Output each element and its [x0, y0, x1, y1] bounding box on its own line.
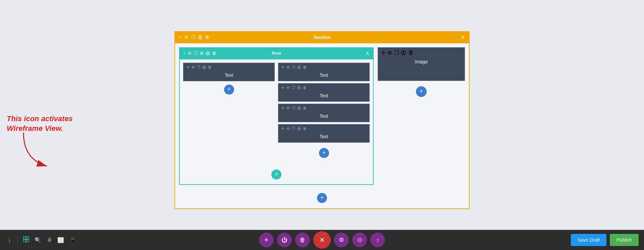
- search-button[interactable]: 🔍: [33, 236, 43, 245]
- section-toolbar-icons[interactable]: + ⚙ ❐ ⏻ 🗑: [179, 35, 209, 40]
- image-block[interactable]: ✛ ⚙ ❐ ⏻ 🗑 Image: [378, 47, 465, 81]
- mobile-view-button[interactable]: 📱: [68, 236, 77, 245]
- el-copy-icon[interactable]: ❐: [197, 65, 200, 69]
- center-sort-button[interactable]: ↕: [370, 233, 385, 247]
- el-gear-icon[interactable]: ⚙: [192, 65, 195, 69]
- add-element-right-button[interactable]: +: [319, 148, 329, 158]
- el-r4-trash-icon[interactable]: 🗑: [303, 127, 307, 131]
- text-block-r3-toolbar[interactable]: ✛ ⚙ ❐ ⏻ 🗑: [279, 104, 369, 112]
- el-r2-power-icon[interactable]: ⏻: [297, 86, 301, 90]
- section-trash-icon[interactable]: 🗑: [205, 35, 209, 40]
- wireframe-view-button[interactable]: [22, 235, 31, 245]
- img-gear-icon[interactable]: ⚙: [387, 50, 392, 56]
- el-power-icon[interactable]: ⏻: [202, 65, 206, 69]
- text-block-r2-label: Text: [279, 92, 369, 101]
- svg-rect-2: [26, 237, 29, 239]
- publish-button[interactable]: Publish: [610, 234, 639, 246]
- text-block-left[interactable]: ✛ ⚙ ❐ ⏻ 🗑 Text: [183, 63, 275, 81]
- center-power-button[interactable]: ⏻: [277, 233, 292, 247]
- text-block-right-2[interactable]: ✛ ⚙ ❐ ⏻ 🗑 Text: [278, 83, 370, 102]
- text-block-r2-toolbar[interactable]: ✛ ⚙ ❐ ⏻ 🗑: [279, 84, 369, 92]
- row-wrapper: + ⚙ ❐ ⊞ ⏻ 🗑 Row ∧: [175, 43, 469, 189]
- el-r3-copy-icon[interactable]: ❐: [292, 106, 295, 110]
- el-r2-gear-icon[interactable]: ⚙: [286, 86, 290, 90]
- el-r1-move-icon[interactable]: ✛: [281, 65, 284, 69]
- el-r4-move-icon[interactable]: ✛: [281, 127, 284, 131]
- bottom-toolbar: ⋮ 🔍 🖥 ⬜ 📱 + ⏻ 🗑 ✕ ⚙ ⊙ ↕ Save Draft Publi…: [0, 230, 644, 250]
- el-r1-gear-icon[interactable]: ⚙: [286, 65, 290, 69]
- add-section-wrapper: +: [175, 189, 469, 208]
- img-power-icon[interactable]: ⏻: [401, 50, 406, 56]
- section-wrapper: + ⚙ ❐ ⏻ 🗑 Section ∧ + ⚙ ❐ ⊞: [174, 31, 470, 209]
- svg-rect-3: [23, 240, 26, 242]
- wireframe-icon: [23, 236, 29, 242]
- el-r1-power-icon[interactable]: ⏻: [297, 65, 301, 69]
- el-r4-gear-icon[interactable]: ⚙: [286, 127, 290, 131]
- add-image-element-wrapper: +: [378, 81, 465, 98]
- add-image-element-button[interactable]: +: [416, 86, 427, 97]
- el-r1-trash-icon[interactable]: 🗑: [303, 65, 307, 69]
- annotation-text: This icon activates Wireframe View.: [7, 114, 73, 133]
- img-copy-icon[interactable]: ❐: [394, 50, 399, 56]
- el-r4-copy-icon[interactable]: ❐: [292, 127, 295, 131]
- el-r3-move-icon[interactable]: ✛: [281, 106, 284, 110]
- section-chevron-icon[interactable]: ∧: [461, 34, 465, 40]
- el-r2-copy-icon[interactable]: ❐: [292, 86, 295, 90]
- annotation: This icon activates Wireframe View.: [7, 114, 73, 133]
- text-block-r3-label: Text: [279, 112, 369, 121]
- el-r2-move-icon[interactable]: ✛: [281, 86, 284, 90]
- img-trash-icon[interactable]: 🗑: [408, 50, 414, 56]
- section-gear-icon[interactable]: ⚙: [184, 35, 189, 40]
- text-block-right-4[interactable]: ✛ ⚙ ❐ ⏻ 🗑 Text: [278, 124, 370, 143]
- row-toolbar-icons[interactable]: + ⚙ ❐ ⊞ ⏻ 🗑: [183, 51, 216, 56]
- el-r3-power-icon[interactable]: ⏻: [297, 106, 301, 110]
- text-block-left-toolbar[interactable]: ✛ ⚙ ❐ ⏻ 🗑: [184, 63, 274, 71]
- section-power-icon[interactable]: ⏻: [198, 35, 202, 40]
- left-column: + ⚙ ❐ ⊞ ⏻ 🗑 Row ∧: [179, 47, 374, 185]
- center-add-button[interactable]: +: [259, 233, 274, 247]
- sub-col-left: ✛ ⚙ ❐ ⏻ 🗑 Text +: [183, 63, 275, 161]
- text-block-r4-label: Text: [279, 133, 369, 142]
- text-block-left-label: Text: [184, 71, 274, 81]
- text-block-right-3[interactable]: ✛ ⚙ ❐ ⏻ 🗑 Text: [278, 104, 370, 122]
- section-add-icon[interactable]: +: [179, 35, 182, 40]
- text-block-right-1[interactable]: ✛ ⚙ ❐ ⏻ 🗑 Text: [278, 63, 370, 81]
- el-r3-gear-icon[interactable]: ⚙: [286, 106, 290, 110]
- save-draft-button[interactable]: Save Draft: [571, 234, 606, 246]
- center-settings-button[interactable]: ⚙: [334, 233, 349, 247]
- center-history-button[interactable]: ⊙: [352, 233, 367, 247]
- img-move-icon[interactable]: ✛: [381, 50, 385, 56]
- text-block-r1-toolbar[interactable]: ✛ ⚙ ❐ ⏻ 🗑: [279, 63, 369, 71]
- row-add-icon[interactable]: +: [183, 51, 186, 56]
- canvas-area: + ⚙ ❐ ⏻ 🗑 Section ∧ + ⚙ ❐ ⊞: [0, 0, 644, 230]
- sub-columns: ✛ ⚙ ❐ ⏻ 🗑 Text +: [180, 59, 373, 165]
- row-copy-icon[interactable]: ❐: [194, 51, 198, 56]
- text-block-r4-toolbar[interactable]: ✛ ⚙ ❐ ⏻ 🗑: [279, 125, 369, 133]
- center-trash-button[interactable]: 🗑: [295, 233, 310, 247]
- row-gear-icon[interactable]: ⚙: [188, 51, 192, 56]
- bottom-left-tools: ⋮ 🔍 🖥 ⬜ 📱: [5, 235, 77, 245]
- row-trash-icon[interactable]: 🗑: [212, 51, 216, 56]
- section-header[interactable]: + ⚙ ❐ ⏻ 🗑 Section ∧: [175, 31, 469, 43]
- add-element-left-button[interactable]: +: [224, 85, 234, 95]
- row-grid-icon[interactable]: ⊞: [200, 51, 204, 56]
- row-chevron-icon[interactable]: ∧: [366, 50, 370, 56]
- row-header[interactable]: + ⚙ ❐ ⊞ ⏻ 🗑 Row ∧: [180, 47, 373, 59]
- tablet-view-button[interactable]: ⬜: [56, 236, 65, 245]
- image-block-toolbar[interactable]: ✛ ⚙ ❐ ⏻ 🗑: [378, 48, 464, 58]
- menu-icon-button[interactable]: ⋮: [5, 236, 13, 245]
- el-r4-power-icon[interactable]: ⏻: [297, 127, 301, 131]
- svg-rect-1: [23, 237, 26, 239]
- section-copy-icon[interactable]: ❐: [191, 35, 195, 40]
- text-block-r1-label: Text: [279, 71, 369, 81]
- add-row-button[interactable]: +: [271, 169, 281, 180]
- add-section-button[interactable]: +: [317, 193, 327, 203]
- el-r2-trash-icon[interactable]: 🗑: [303, 86, 307, 90]
- desktop-view-button[interactable]: 🖥: [45, 236, 53, 244]
- el-trash-icon[interactable]: 🗑: [208, 65, 212, 69]
- el-r3-trash-icon[interactable]: 🗑: [303, 106, 307, 110]
- center-close-button[interactable]: ✕: [313, 231, 331, 249]
- el-r1-copy-icon[interactable]: ❐: [292, 65, 295, 69]
- row-power-icon[interactable]: ⏻: [206, 51, 210, 56]
- el-move-icon[interactable]: ✛: [186, 65, 190, 69]
